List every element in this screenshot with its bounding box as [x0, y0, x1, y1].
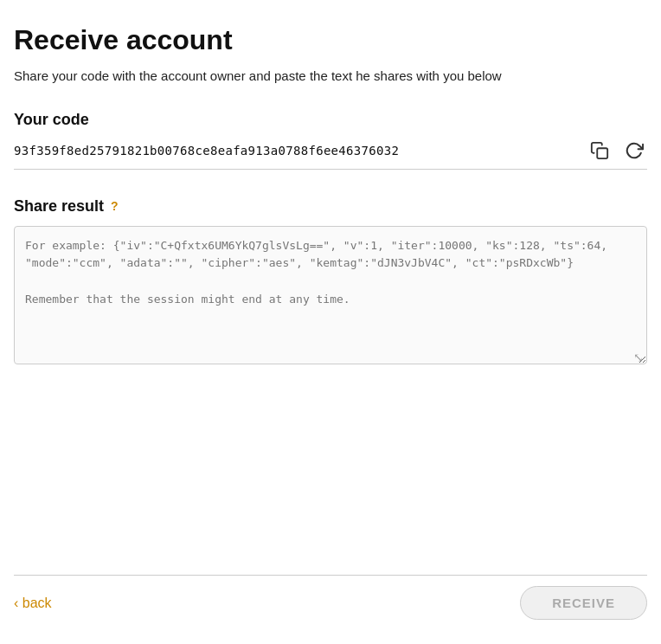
- code-row: 93f359f8ed25791821b00768ce8eafa913a0788f…: [14, 139, 647, 170]
- help-icon[interactable]: ?: [111, 199, 119, 213]
- refresh-icon-button[interactable]: [621, 139, 647, 162]
- receive-button[interactable]: RECEIVE: [520, 586, 647, 620]
- share-result-wrapper: ⤡: [14, 226, 647, 368]
- back-button[interactable]: ‹ back: [14, 596, 52, 611]
- bottom-bar: ‹ back RECEIVE: [14, 575, 647, 627]
- back-label: back: [22, 596, 52, 610]
- copy-icon-button[interactable]: [587, 139, 613, 162]
- page-title: Receive account: [14, 24, 647, 56]
- svg-rect-0: [597, 148, 607, 158]
- share-result-header: Share result ?: [14, 197, 647, 216]
- share-result-label: Share result: [14, 197, 104, 216]
- code-value: 93f359f8ed25791821b00768ce8eafa913a0788f…: [14, 144, 578, 158]
- back-chevron-icon: ‹: [14, 596, 18, 610]
- share-result-input[interactable]: [14, 226, 647, 364]
- your-code-label: Your code: [14, 111, 647, 129]
- subtitle-text: Share your code with the account owner a…: [14, 67, 647, 87]
